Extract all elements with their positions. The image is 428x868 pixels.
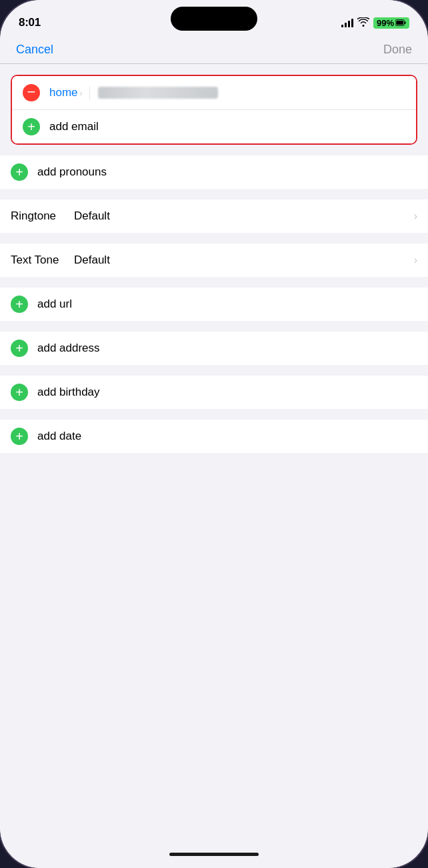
add-date-row[interactable]: + add date bbox=[0, 420, 428, 453]
email-type-button[interactable]: home › bbox=[49, 86, 90, 99]
add-address-icon: + bbox=[15, 342, 23, 355]
add-address-row[interactable]: + add address bbox=[0, 332, 428, 365]
add-email-label: add email bbox=[49, 120, 405, 133]
phone-screen: 8:01 bbox=[0, 0, 428, 868]
battery-percent: 99% bbox=[377, 18, 394, 28]
add-url-label: add url bbox=[37, 298, 417, 311]
add-pronouns-icon: + bbox=[15, 165, 23, 179]
url-section: + add url bbox=[0, 288, 428, 321]
gap-2 bbox=[0, 189, 428, 199]
signal-bar-2 bbox=[345, 23, 347, 27]
birthday-section: + add birthday bbox=[0, 376, 428, 409]
ringtone-chevron-icon: › bbox=[414, 210, 417, 222]
battery-icon: 99% bbox=[373, 17, 409, 29]
email-value-blurred[interactable] bbox=[98, 87, 218, 99]
ringtone-row[interactable]: Ringtone Default › bbox=[0, 199, 428, 233]
add-url-row[interactable]: + add url bbox=[0, 288, 428, 321]
add-date-label: add date bbox=[37, 430, 417, 443]
email-input-area: home › bbox=[49, 86, 405, 99]
svg-rect-2 bbox=[405, 21, 406, 24]
date-section: + add date bbox=[0, 420, 428, 453]
signal-bars-icon bbox=[341, 18, 353, 27]
remove-icon: − bbox=[27, 85, 36, 99]
add-email-icon: + bbox=[27, 120, 35, 133]
phone-frame: 8:01 bbox=[0, 0, 428, 868]
signal-bar-1 bbox=[341, 25, 343, 27]
signal-bar-3 bbox=[348, 21, 350, 27]
email-type-label: home bbox=[49, 86, 78, 99]
add-url-button[interactable]: + bbox=[11, 296, 28, 313]
gap-6 bbox=[0, 365, 428, 376]
text-tone-label: Text Tone bbox=[11, 254, 74, 267]
add-email-row[interactable]: + add email bbox=[12, 109, 416, 143]
add-pronouns-label: add pronouns bbox=[37, 165, 417, 179]
pronouns-section: + add pronouns bbox=[0, 155, 428, 189]
add-pronouns-button[interactable]: + bbox=[11, 163, 28, 181]
wifi-icon bbox=[357, 17, 369, 29]
status-icons: 99% bbox=[341, 17, 409, 29]
status-time: 8:01 bbox=[19, 16, 41, 29]
gap-3 bbox=[0, 233, 428, 244]
gap-4 bbox=[0, 277, 428, 288]
home-indicator-area bbox=[0, 845, 428, 868]
email-section: − home › + add email bbox=[11, 75, 417, 145]
signal-bar-4 bbox=[351, 19, 353, 27]
content-area: − home › + add email bbox=[0, 64, 428, 845]
gap-bottom bbox=[0, 453, 428, 464]
ringtone-value: Default bbox=[74, 209, 414, 223]
add-address-button[interactable]: + bbox=[11, 340, 28, 357]
text-tone-section: Text Tone Default › bbox=[0, 244, 428, 277]
ringtone-section: Ringtone Default › bbox=[0, 199, 428, 233]
home-bar bbox=[169, 853, 259, 856]
remove-email-button[interactable]: − bbox=[23, 84, 40, 101]
dynamic-island bbox=[171, 7, 257, 31]
gap-top bbox=[0, 64, 428, 75]
email-type-chevron-icon: › bbox=[80, 88, 83, 98]
add-date-button[interactable]: + bbox=[11, 428, 28, 445]
add-url-icon: + bbox=[15, 298, 23, 311]
nav-bar: Cancel Done bbox=[0, 36, 428, 64]
add-birthday-label: add birthday bbox=[37, 386, 417, 399]
text-tone-value: Default bbox=[74, 254, 414, 267]
cancel-button[interactable]: Cancel bbox=[16, 43, 53, 57]
battery-shape bbox=[395, 19, 406, 27]
text-tone-chevron-icon: › bbox=[414, 254, 417, 266]
gap-7 bbox=[0, 409, 428, 420]
done-button[interactable]: Done bbox=[383, 43, 412, 57]
add-birthday-row[interactable]: + add birthday bbox=[0, 376, 428, 409]
email-row: − home › bbox=[12, 76, 416, 109]
add-pronouns-row[interactable]: + add pronouns bbox=[0, 155, 428, 189]
add-date-icon: + bbox=[15, 430, 23, 443]
text-tone-row[interactable]: Text Tone Default › bbox=[0, 244, 428, 277]
gap-5 bbox=[0, 321, 428, 332]
add-email-button[interactable]: + bbox=[23, 118, 40, 135]
add-address-label: add address bbox=[37, 342, 417, 355]
address-section: + add address bbox=[0, 332, 428, 365]
svg-rect-1 bbox=[396, 21, 403, 25]
gap-1 bbox=[0, 145, 428, 155]
ringtone-label: Ringtone bbox=[11, 209, 74, 223]
add-birthday-icon: + bbox=[15, 386, 23, 399]
add-birthday-button[interactable]: + bbox=[11, 384, 28, 401]
